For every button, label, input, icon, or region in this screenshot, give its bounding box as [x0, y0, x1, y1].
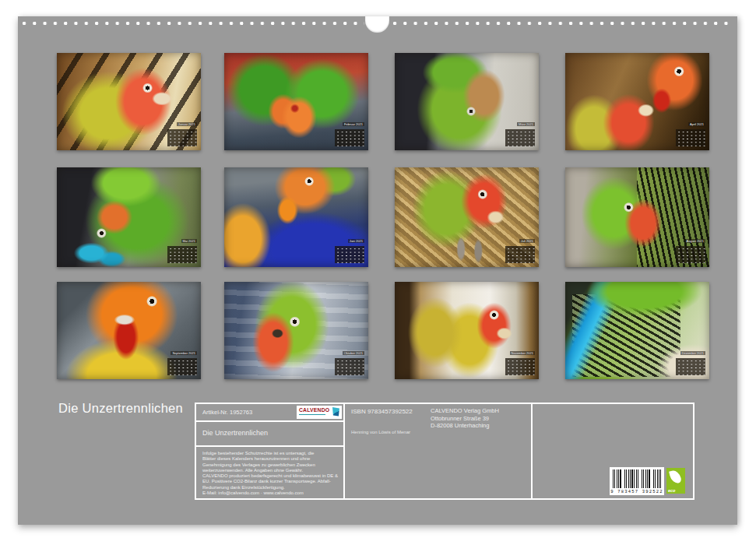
mini-calendar-overlay: Februar 2021 [329, 114, 364, 146]
month-thumbnail-september: September 2021 [57, 282, 201, 379]
month-thumbnail-dezember: Dezember 2021 [565, 282, 709, 379]
mini-calendar-month-label: Dezember 2021 [680, 351, 705, 355]
mini-calendar-month-label: Oktober 2021 [343, 351, 364, 355]
mini-calendar-overlay: August 2021 [670, 231, 705, 263]
month-thumbnail-oktober: Oktober 2021 [224, 282, 368, 379]
info-panel: Artikel-Nr. 1952763 CALVENDO Die Unzertr… [195, 403, 694, 500]
month-thumbnail-august: August 2021 [565, 167, 709, 267]
mini-calendar-grid [335, 246, 364, 263]
spiral-binding-holes-left [22, 21, 364, 26]
article-number-cell: Artikel-Nr. 1952763 CALVENDO [196, 404, 343, 422]
month-thumbnail-juni: Juni 2021 [224, 167, 368, 267]
mini-calendar-grid [335, 358, 364, 375]
author-name: Henning von Löwis of Menar [351, 430, 410, 434]
mini-calendar-overlay: Oktober 2021 [329, 343, 364, 375]
calvendo-logo-mark-icon [332, 407, 339, 417]
mini-calendar-month-label: März 2021 [517, 122, 535, 126]
barcode-digits: 9 783457 392522 [610, 489, 664, 494]
calendar-title: Die Unzertrennlichen [202, 429, 268, 437]
mini-calendar-overlay: März 2021 [499, 114, 535, 146]
info-panel-left-column: Artikel-Nr. 1952763 CALVENDO Die Unzertr… [196, 404, 345, 498]
barcode-bars [613, 469, 661, 488]
barcode: 9 783457 392522 [610, 467, 664, 495]
mini-calendar-grid [335, 129, 364, 146]
mini-calendar-overlay: Januar 2021 [161, 114, 197, 146]
mini-calendar-overlay: November 2021 [499, 343, 535, 375]
isbn-number: ISBN 9783457392522 [351, 408, 413, 415]
mini-calendar-month-label: November 2021 [510, 351, 535, 355]
page-title: Die Unzertrennlichen [58, 401, 183, 416]
calendar-back-sheet: Januar 2021 Februar 2021 März 2021 April… [18, 16, 737, 525]
mini-calendar-grid [167, 358, 197, 375]
mini-calendar-month-label: Mai 2021 [181, 239, 197, 243]
mini-calendar-grid [505, 129, 535, 146]
month-thumbnail-mai: Mai 2021 [57, 167, 201, 267]
mini-calendar-month-label: August 2021 [685, 239, 705, 243]
legal-cell: Infolge bestehender Schutzrechte ist es … [196, 447, 343, 498]
mini-calendar-grid [505, 246, 535, 263]
mini-calendar-overlay: Juli 2021 [499, 231, 535, 263]
calvendo-logo-tagline [299, 414, 325, 416]
mini-calendar-month-label: Juni 2021 [348, 239, 364, 243]
info-panel-middle-column: ISBN 9783457392522 CALVENDO Verlag GmbH … [345, 404, 533, 498]
legal-text: Infolge bestehender Schutzrechte ist es … [202, 451, 339, 496]
mini-calendar-overlay: Mai 2021 [161, 231, 197, 263]
month-thumbnail-maerz: März 2021 [395, 53, 539, 150]
mini-calendar-grid [676, 129, 705, 146]
mini-calendar-overlay: Dezember 2021 [670, 343, 705, 375]
info-panel-right-column: 9 783457 392522 eco [533, 404, 693, 498]
month-thumbnail-april: April 2021 [565, 53, 709, 150]
eco-label: eco [668, 488, 675, 493]
month-thumbnail-juli: Juli 2021 [395, 167, 539, 267]
month-thumbnail-november: November 2021 [395, 282, 539, 379]
spiral-binding-holes-right [392, 21, 733, 26]
mini-calendar-month-label: Januar 2021 [177, 122, 197, 126]
mini-calendar-overlay: April 2021 [670, 114, 705, 146]
title-cell: Die Unzertrennlichen [196, 422, 343, 447]
hanger-hole [365, 16, 389, 33]
leaf-icon [669, 469, 682, 485]
calvendo-logo-text: CALVENDO [299, 407, 329, 413]
mini-calendar-grid [167, 129, 197, 146]
article-number: Artikel-Nr. 1952763 [202, 409, 252, 416]
mini-calendar-grid [676, 246, 705, 263]
calvendo-logo: CALVENDO [297, 406, 342, 419]
month-thumbnail-februar: Februar 2021 [224, 53, 368, 150]
mini-calendar-grid [505, 358, 535, 375]
mini-calendar-month-label: September 2021 [171, 351, 197, 355]
mini-calendar-overlay: September 2021 [161, 343, 197, 375]
mini-calendar-grid [676, 358, 705, 375]
eco-logo: eco [666, 468, 685, 494]
mini-calendar-month-label: April 2021 [688, 122, 705, 126]
mini-calendar-grid [167, 246, 197, 263]
mini-calendar-overlay: Juni 2021 [329, 231, 364, 263]
month-thumbnail-januar: Januar 2021 [57, 53, 201, 150]
mini-calendar-month-label: Februar 2021 [343, 122, 364, 126]
mini-calendar-month-label: Juli 2021 [519, 239, 535, 243]
publisher-address: CALVENDO Verlag GmbH Ottobrunner Straße … [431, 407, 499, 430]
